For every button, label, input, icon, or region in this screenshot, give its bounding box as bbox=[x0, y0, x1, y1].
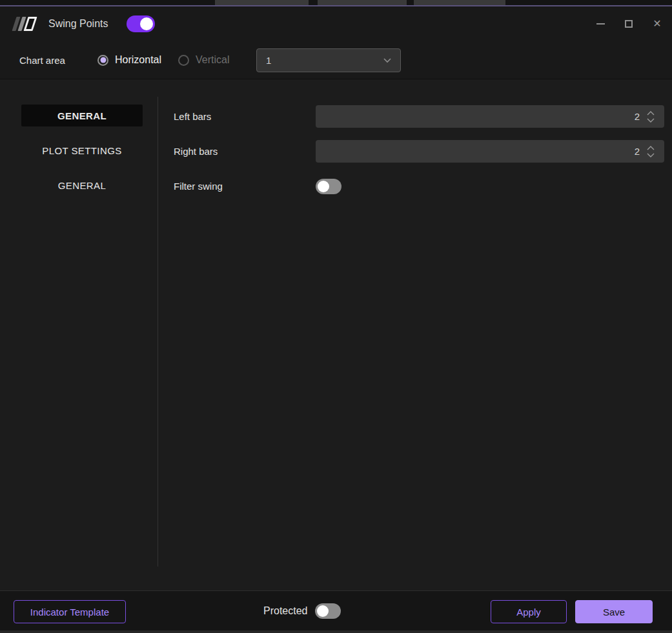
setting-row-right-bars: Right bars 2 bbox=[158, 140, 672, 163]
protected-toggle[interactable] bbox=[315, 603, 341, 619]
dialog-body: GENERAL PLOT SETTINGS GENERAL Left bars … bbox=[0, 80, 672, 590]
dialog-title: Swing Points bbox=[48, 18, 108, 30]
settings-sidebar: GENERAL PLOT SETTINGS GENERAL bbox=[0, 80, 158, 209]
chevron-down-icon bbox=[383, 58, 391, 63]
window-controls: ✕ bbox=[596, 6, 662, 41]
pane-select-dropdown[interactable]: 1 bbox=[256, 48, 401, 72]
sidebar-item-general[interactable]: GENERAL bbox=[21, 105, 143, 126]
close-icon: ✕ bbox=[653, 19, 661, 29]
radio-horizontal[interactable]: Horizontal bbox=[97, 54, 161, 66]
radio-selected-icon bbox=[97, 55, 108, 66]
sidebar-item-general-2[interactable]: GENERAL bbox=[21, 174, 143, 196]
maximize-icon bbox=[625, 20, 633, 28]
chart-area-bar: Chart area Horizontal Vertical 1 bbox=[0, 41, 672, 79]
swing-points-dialog: Swing Points ✕ Chart area Horizontal Ver… bbox=[0, 0, 672, 633]
right-bars-input[interactable]: 2 bbox=[316, 140, 664, 163]
minimize-button[interactable] bbox=[596, 19, 605, 28]
save-button[interactable]: Save bbox=[575, 600, 653, 623]
radio-vertical-label: Vertical bbox=[196, 54, 229, 66]
sidebar-item-plot-settings[interactable]: PLOT SETTINGS bbox=[21, 139, 143, 161]
maximize-button[interactable] bbox=[624, 19, 633, 28]
background-tab-strip bbox=[0, 0, 672, 6]
dialog-footer: Indicator Template Protected Apply Save bbox=[0, 590, 672, 630]
indicator-enabled-toggle[interactable] bbox=[127, 15, 155, 32]
minimize-icon bbox=[596, 23, 605, 25]
left-bars-value: 2 bbox=[635, 111, 640, 122]
background-tab[interactable] bbox=[215, 0, 309, 5]
stepper-arrows-icon[interactable] bbox=[646, 145, 655, 159]
apply-button[interactable]: Apply bbox=[491, 600, 567, 623]
left-bars-input[interactable]: 2 bbox=[316, 105, 664, 128]
radio-vertical[interactable]: Vertical bbox=[178, 54, 229, 66]
setting-row-filter-swing: Filter swing bbox=[158, 175, 672, 197]
stepper-arrows-icon[interactable] bbox=[646, 110, 655, 124]
toggle-knob bbox=[317, 605, 329, 617]
left-bars-label: Left bars bbox=[158, 111, 316, 122]
right-bars-value: 2 bbox=[635, 146, 640, 157]
radio-unselected-icon bbox=[178, 55, 189, 66]
settings-panel: Left bars 2 Right bars 2 bbox=[158, 80, 672, 205]
window-bottom-edge bbox=[0, 630, 672, 633]
radio-horizontal-label: Horizontal bbox=[115, 54, 161, 66]
background-tab[interactable] bbox=[414, 0, 505, 5]
indicator-template-button[interactable]: Indicator Template bbox=[14, 600, 126, 623]
filter-swing-label: Filter swing bbox=[158, 181, 316, 192]
protected-group: Protected bbox=[263, 591, 341, 631]
filter-swing-toggle[interactable] bbox=[316, 179, 341, 194]
right-bars-label: Right bars bbox=[158, 146, 316, 157]
close-button[interactable]: ✕ bbox=[653, 19, 662, 28]
app-logo-icon bbox=[14, 15, 37, 32]
toggle-knob bbox=[318, 181, 329, 192]
setting-row-left-bars: Left bars 2 bbox=[158, 105, 672, 128]
pane-select-value: 1 bbox=[266, 55, 383, 66]
background-tab[interactable] bbox=[318, 0, 407, 5]
protected-label: Protected bbox=[263, 605, 307, 617]
chart-area-label: Chart area bbox=[19, 55, 97, 66]
dialog-titlebar: Swing Points ✕ bbox=[0, 6, 672, 41]
toggle-knob bbox=[140, 17, 153, 30]
